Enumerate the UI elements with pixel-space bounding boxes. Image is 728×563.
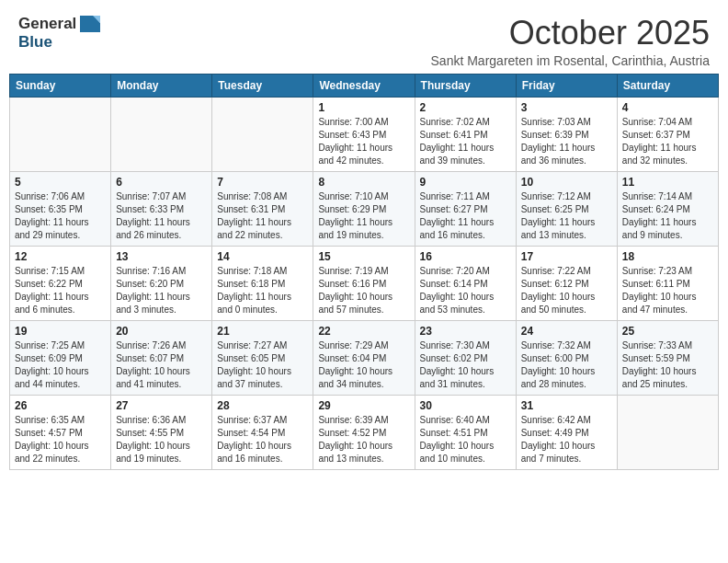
day-info: Sunrise: 6:39 AM Sunset: 4:52 PM Dayligh… [318, 414, 409, 465]
calendar-cell: 30Sunrise: 6:40 AM Sunset: 4:51 PM Dayli… [415, 395, 516, 469]
day-number: 26 [15, 399, 106, 412]
day-info: Sunrise: 7:32 AM Sunset: 6:00 PM Dayligh… [521, 339, 612, 391]
logo: General Blue [18, 15, 100, 52]
calendar-cell: 20Sunrise: 7:26 AM Sunset: 6:07 PM Dayli… [111, 320, 212, 395]
day-info: Sunrise: 7:02 AM Sunset: 6:41 PM Dayligh… [420, 116, 511, 167]
day-info: Sunrise: 7:16 AM Sunset: 6:20 PM Dayligh… [116, 265, 207, 316]
day-number: 11 [622, 176, 713, 189]
calendar-title-block: October 2025 Sankt Margareten im Rosenta… [431, 15, 710, 68]
calendar-cell [10, 97, 111, 171]
calendar-cell: 10Sunrise: 7:12 AM Sunset: 6:25 PM Dayli… [516, 171, 617, 246]
calendar-cell: 29Sunrise: 6:39 AM Sunset: 4:52 PM Dayli… [313, 395, 415, 469]
calendar-cell: 7Sunrise: 7:08 AM Sunset: 6:31 PM Daylig… [212, 171, 313, 246]
calendar-cell: 15Sunrise: 7:19 AM Sunset: 6:16 PM Dayli… [313, 246, 415, 320]
calendar-month-year: October 2025 [431, 15, 710, 52]
calendar-week-3: 12Sunrise: 7:15 AM Sunset: 6:22 PM Dayli… [10, 246, 719, 320]
day-number: 28 [217, 399, 308, 412]
calendar-cell: 3Sunrise: 7:03 AM Sunset: 6:39 PM Daylig… [516, 97, 617, 171]
day-info: Sunrise: 6:36 AM Sunset: 4:55 PM Dayligh… [116, 414, 207, 465]
day-number: 31 [521, 399, 612, 412]
weekday-header-monday: Monday [111, 74, 212, 97]
logo-text-general: General [18, 15, 76, 33]
day-number: 14 [217, 250, 308, 263]
page-header: General Blue October 2025 Sankt Margaret… [9, 9, 719, 68]
calendar-week-2: 5Sunrise: 7:06 AM Sunset: 6:35 PM Daylig… [10, 171, 719, 246]
day-info: Sunrise: 7:26 AM Sunset: 6:07 PM Dayligh… [116, 339, 207, 391]
day-number: 21 [217, 325, 308, 338]
calendar-cell: 4Sunrise: 7:04 AM Sunset: 6:37 PM Daylig… [617, 97, 718, 171]
day-info: Sunrise: 7:10 AM Sunset: 6:29 PM Dayligh… [318, 190, 409, 242]
day-number: 19 [15, 325, 106, 338]
day-number: 13 [116, 250, 207, 263]
day-info: Sunrise: 6:35 AM Sunset: 4:57 PM Dayligh… [15, 414, 106, 465]
day-number: 2 [420, 101, 511, 114]
calendar-cell: 6Sunrise: 7:07 AM Sunset: 6:33 PM Daylig… [111, 171, 212, 246]
calendar-cell: 21Sunrise: 7:27 AM Sunset: 6:05 PM Dayli… [212, 320, 313, 395]
day-info: Sunrise: 7:00 AM Sunset: 6:43 PM Dayligh… [318, 116, 409, 167]
weekday-header-saturday: Saturday [617, 74, 718, 97]
calendar-cell: 31Sunrise: 6:42 AM Sunset: 4:49 PM Dayli… [516, 395, 617, 469]
day-number: 25 [622, 325, 713, 338]
day-number: 29 [318, 399, 409, 412]
calendar-location: Sankt Margareten im Rosental, Carinthia,… [431, 53, 710, 68]
logo-text-blue: Blue [18, 33, 52, 51]
day-number: 10 [521, 176, 612, 189]
day-number: 30 [420, 399, 511, 412]
day-info: Sunrise: 7:27 AM Sunset: 6:05 PM Dayligh… [217, 339, 308, 391]
calendar-cell: 17Sunrise: 7:22 AM Sunset: 6:12 PM Dayli… [516, 246, 617, 320]
calendar-cell: 2Sunrise: 7:02 AM Sunset: 6:41 PM Daylig… [415, 97, 516, 171]
day-info: Sunrise: 6:40 AM Sunset: 4:51 PM Dayligh… [420, 414, 511, 465]
day-info: Sunrise: 7:19 AM Sunset: 6:16 PM Dayligh… [318, 265, 409, 316]
day-number: 24 [521, 325, 612, 338]
day-number: 7 [217, 176, 308, 189]
calendar-cell: 12Sunrise: 7:15 AM Sunset: 6:22 PM Dayli… [10, 246, 111, 320]
calendar-cell: 9Sunrise: 7:11 AM Sunset: 6:27 PM Daylig… [415, 171, 516, 246]
calendar-cell: 13Sunrise: 7:16 AM Sunset: 6:20 PM Dayli… [111, 246, 212, 320]
calendar-week-4: 19Sunrise: 7:25 AM Sunset: 6:09 PM Dayli… [10, 320, 719, 395]
day-number: 16 [420, 250, 511, 263]
calendar-week-5: 26Sunrise: 6:35 AM Sunset: 4:57 PM Dayli… [10, 395, 719, 469]
day-info: Sunrise: 7:06 AM Sunset: 6:35 PM Dayligh… [15, 190, 106, 242]
day-info: Sunrise: 7:23 AM Sunset: 6:11 PM Dayligh… [622, 265, 713, 316]
weekday-header-thursday: Thursday [415, 74, 516, 97]
calendar-cell [212, 97, 313, 171]
day-info: Sunrise: 7:20 AM Sunset: 6:14 PM Dayligh… [420, 265, 511, 316]
day-number: 23 [420, 325, 511, 338]
day-number: 3 [521, 101, 612, 114]
calendar-cell: 14Sunrise: 7:18 AM Sunset: 6:18 PM Dayli… [212, 246, 313, 320]
day-number: 20 [116, 325, 207, 338]
day-info: Sunrise: 7:33 AM Sunset: 5:59 PM Dayligh… [622, 339, 713, 391]
weekday-header-tuesday: Tuesday [212, 74, 313, 97]
day-info: Sunrise: 6:42 AM Sunset: 4:49 PM Dayligh… [521, 414, 612, 465]
day-info: Sunrise: 7:03 AM Sunset: 6:39 PM Dayligh… [521, 116, 612, 167]
day-info: Sunrise: 7:04 AM Sunset: 6:37 PM Dayligh… [622, 116, 713, 167]
calendar-cell: 27Sunrise: 6:36 AM Sunset: 4:55 PM Dayli… [111, 395, 212, 469]
day-info: Sunrise: 7:08 AM Sunset: 6:31 PM Dayligh… [217, 190, 308, 242]
weekday-header-wednesday: Wednesday [313, 74, 415, 97]
day-number: 5 [15, 176, 106, 189]
calendar-cell: 1Sunrise: 7:00 AM Sunset: 6:43 PM Daylig… [313, 97, 415, 171]
day-info: Sunrise: 7:18 AM Sunset: 6:18 PM Dayligh… [217, 265, 308, 316]
weekday-header-sunday: Sunday [10, 74, 111, 97]
calendar-cell: 16Sunrise: 7:20 AM Sunset: 6:14 PM Dayli… [415, 246, 516, 320]
calendar-cell: 23Sunrise: 7:30 AM Sunset: 6:02 PM Dayli… [415, 320, 516, 395]
day-number: 17 [521, 250, 612, 263]
calendar-cell: 22Sunrise: 7:29 AM Sunset: 6:04 PM Dayli… [313, 320, 415, 395]
calendar-cell: 8Sunrise: 7:10 AM Sunset: 6:29 PM Daylig… [313, 171, 415, 246]
calendar-cell: 18Sunrise: 7:23 AM Sunset: 6:11 PM Dayli… [617, 246, 718, 320]
weekday-header-row: SundayMondayTuesdayWednesdayThursdayFrid… [10, 74, 719, 97]
day-number: 18 [622, 250, 713, 263]
day-info: Sunrise: 7:22 AM Sunset: 6:12 PM Dayligh… [521, 265, 612, 316]
day-info: Sunrise: 7:25 AM Sunset: 6:09 PM Dayligh… [15, 339, 106, 391]
weekday-header-friday: Friday [516, 74, 617, 97]
day-info: Sunrise: 7:30 AM Sunset: 6:02 PM Dayligh… [420, 339, 511, 391]
day-number: 27 [116, 399, 207, 412]
day-number: 9 [420, 176, 511, 189]
calendar-cell: 26Sunrise: 6:35 AM Sunset: 4:57 PM Dayli… [10, 395, 111, 469]
calendar-cell: 25Sunrise: 7:33 AM Sunset: 5:59 PM Dayli… [617, 320, 718, 395]
day-info: Sunrise: 7:11 AM Sunset: 6:27 PM Dayligh… [420, 190, 511, 242]
calendar-week-1: 1Sunrise: 7:00 AM Sunset: 6:43 PM Daylig… [10, 97, 719, 171]
calendar-cell: 24Sunrise: 7:32 AM Sunset: 6:00 PM Dayli… [516, 320, 617, 395]
calendar-cell: 28Sunrise: 6:37 AM Sunset: 4:54 PM Dayli… [212, 395, 313, 469]
day-number: 1 [318, 101, 409, 114]
